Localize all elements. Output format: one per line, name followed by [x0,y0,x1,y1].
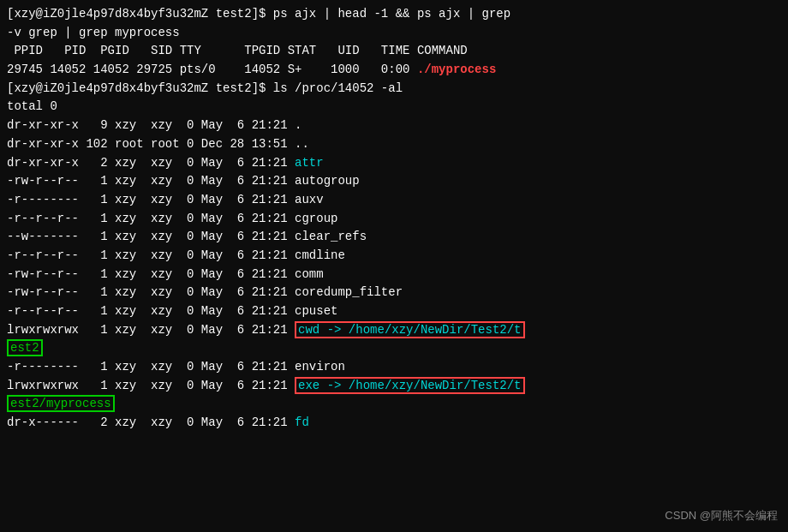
cpuset-line: -r--r--r-- 1 xzy xzy 0 May 6 21:21 cpuse… [7,302,781,321]
fd-line: dr-x------ 2 xzy xzy 0 May 6 21:21 fd [7,414,781,433]
auxv-line: -r-------- 1 xzy xzy 0 May 6 21:21 auxv [7,191,781,210]
terminal: [xzy@iZ0jle4p97d8x4byf3u32mZ test2]$ ps … [0,0,788,532]
cgroup-line: -r--r--r-- 1 xzy xzy 0 May 6 21:21 cgrou… [7,210,781,229]
ps-header: PPID PID PGID SID TTY TPGID STAT UID TIM… [7,42,781,61]
clear-refs-line: --w------- 1 xzy xzy 0 May 6 21:21 clear… [7,228,781,247]
exe-highlight: exe -> /home/xzy/NewDir/Test2/t [295,377,524,394]
cmd-line-3: [xzy@iZ0jle4p97d8x4byf3u32mZ test2]$ ls … [7,80,781,99]
est2-highlight: est2 [7,339,43,356]
watermark: CSDN @阿熊不会编程 [665,508,778,523]
myprocess-label: ./myprocess [417,63,496,76]
cwd-line: lrwxrwxrwx 1 xzy xzy 0 May 6 21:21 cwd -… [7,321,781,340]
cwd-highlight: cwd -> /home/xzy/NewDir/Test2/t [295,321,524,338]
cmdline-line: -r--r--r-- 1 xzy xzy 0 May 6 21:21 cmdli… [7,247,781,266]
dir-current: dr-xr-xr-x 9 xzy xzy 0 May 6 21:21 . [7,117,781,135]
exe-line: lrwxrwxrwx 1 xzy xzy 0 May 6 21:21 exe -… [7,377,781,396]
attr-line: dr-xr-xr-x 2 xzy xzy 0 May 6 21:21 attr [7,154,781,173]
cmd-line-2: -v grep | grep myprocess [7,24,781,43]
process-line: 29745 14052 14052 29725 pts/0 14052 S+ 1… [7,61,781,80]
comm-line: -rw-r--r-- 1 xzy xzy 0 May 6 21:21 comm [7,266,781,284]
attr-label: attr [295,156,324,170]
fd-label: fd [295,415,309,429]
autogroup-line: -rw-r--r-- 1 xzy xzy 0 May 6 21:21 autog… [7,172,781,191]
cmd-line-1: [xzy@iZ0jle4p97d8x4byf3u32mZ test2]$ ps … [7,5,781,24]
coredump-line: -rw-r--r-- 1 xzy xzy 0 May 6 21:21 cored… [7,284,781,302]
total-line: total 0 [7,98,781,117]
exe-cont-line: est2/myprocess [7,395,781,414]
dir-parent: dr-xr-xr-x 102 root root 0 Dec 28 13:51 … [7,135,781,154]
est2-myprocess-highlight: est2/myprocess [7,395,115,412]
cwd-cont-line: est2 [7,339,781,358]
environ-line: -r-------- 1 xzy xzy 0 May 6 21:21 envir… [7,358,781,377]
